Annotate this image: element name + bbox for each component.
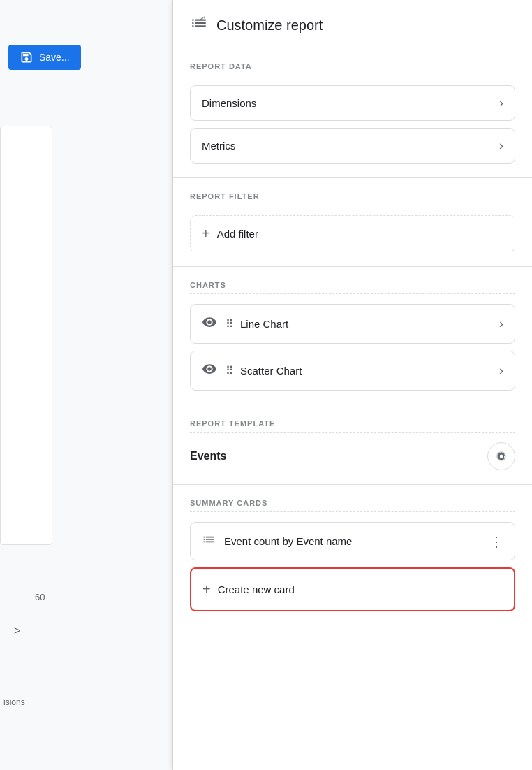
create-new-card-button[interactable]: + Create new card (190, 567, 515, 611)
summary-cards-section-label: SUMMARY CARDS (190, 499, 515, 512)
line-chart-chevron-icon: › (499, 317, 503, 331)
dimensions-chevron-icon: › (499, 96, 503, 110)
swap-template-button[interactable] (487, 442, 515, 470)
panel-header: Customize report (173, 0, 532, 48)
panel-title: Customize report (216, 17, 323, 34)
charts-section-label: CHARTS (190, 281, 515, 294)
event-count-card-label: Event count by Event name (224, 535, 489, 547)
create-card-plus-icon: + (202, 581, 211, 597)
report-data-section: REPORT DATA Dimensions › Metrics › (173, 48, 532, 178)
metrics-row[interactable]: Metrics › (190, 128, 515, 164)
event-count-list-icon (202, 532, 216, 550)
create-new-card-label: Create new card (218, 583, 295, 595)
scatter-chart-eye-icon (202, 361, 217, 380)
add-filter-label: Add filter (217, 228, 258, 240)
line-chart-drag-icon: ⠿ (226, 317, 235, 330)
add-filter-button[interactable]: + Add filter (190, 215, 515, 252)
metrics-label: Metrics (202, 140, 235, 152)
report-template-section: REPORT TEMPLATE Events (173, 405, 532, 485)
template-row: Events (190, 442, 515, 470)
left-chart-area (0, 126, 52, 545)
charts-section: CHARTS ⠿ Line Chart › ⠿ Scatter Chart › (173, 267, 532, 405)
left-bottom-label: isions (3, 697, 25, 707)
scatter-chart-row[interactable]: ⠿ Scatter Chart › (190, 351, 515, 391)
customize-report-icon (190, 14, 208, 36)
scatter-chart-label: Scatter Chart (240, 365, 499, 377)
scatter-chart-drag-icon: ⠿ (226, 364, 235, 377)
line-chart-label: Line Chart (240, 318, 499, 330)
summary-cards-section: SUMMARY CARDS Event count by Event name … (173, 485, 532, 625)
add-filter-plus-icon: + (202, 226, 210, 242)
dimensions-label: Dimensions (202, 97, 256, 109)
report-data-section-label: REPORT DATA (190, 62, 515, 75)
report-filter-section: REPORT FILTER + Add filter (173, 178, 532, 267)
template-name: Events (190, 450, 226, 463)
line-chart-row[interactable]: ⠿ Line Chart › (190, 304, 515, 344)
line-chart-eye-icon (202, 314, 217, 333)
event-count-more-icon[interactable]: ⋮ (489, 533, 503, 550)
event-count-card-row[interactable]: Event count by Event name ⋮ (190, 522, 515, 560)
left-panel: Save... 60 > isions (0, 0, 173, 770)
scatter-chart-chevron-icon: › (499, 363, 503, 378)
right-panel: Customize report REPORT DATA Dimensions … (173, 0, 532, 770)
metrics-chevron-icon: › (499, 138, 503, 153)
left-arrow-button[interactable]: > (14, 625, 20, 637)
report-template-section-label: REPORT TEMPLATE (190, 419, 515, 433)
save-icon (20, 50, 34, 64)
report-filter-section-label: REPORT FILTER (190, 192, 515, 205)
left-number: 60 (35, 592, 45, 602)
dimensions-row[interactable]: Dimensions › (190, 85, 515, 121)
save-button[interactable]: Save... (8, 45, 81, 70)
